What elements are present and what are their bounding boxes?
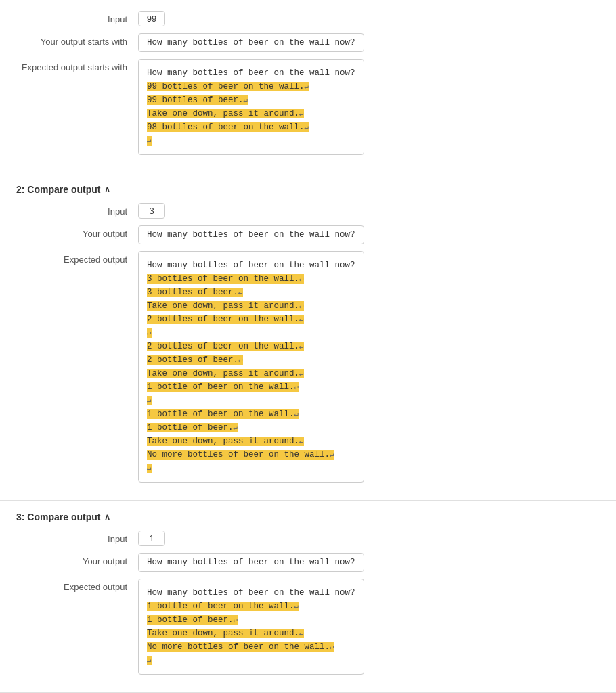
section-1: Input99Your output starts withHow many b…: [0, 0, 616, 173]
row-2-3: Expected outputHow many bottles of beer …: [16, 251, 600, 483]
row-content-1-1: 99: [138, 11, 165, 26]
chevron-icon: ∧: [104, 512, 110, 522]
row-content-1-3: How many bottles of beer on the wall now…: [138, 59, 364, 155]
section-header-3[interactable]: 3: Compare output ∧: [16, 512, 600, 522]
row-label-2-1: Input: [16, 203, 138, 218]
section-2: 2: Compare output ∧Input3Your outputHow …: [0, 173, 616, 501]
row-content-2-1: 3: [138, 203, 165, 219]
row-content-3-3: How many bottles of beer on the wall now…: [138, 579, 364, 675]
section-3: 3: Compare output ∧Input1Your outputHow …: [0, 501, 616, 693]
row-content-3-2: How many bottles of beer on the wall now…: [138, 553, 364, 572]
your-output-2: How many bottles of beer on the wall now…: [138, 225, 364, 244]
input-value-3: 1: [138, 531, 165, 546]
input-value-2: 3: [138, 203, 165, 219]
row-2-1: Input3: [16, 203, 600, 219]
section-header-2[interactable]: 2: Compare output ∧: [16, 184, 600, 195]
row-label-3-1: Input: [16, 531, 138, 545]
row-content-1-2: How many bottles of beer on the wall now…: [138, 33, 364, 52]
row-label-2-3: Expected output: [16, 251, 138, 266]
row-content-2-2: How many bottles of beer on the wall now…: [138, 225, 364, 244]
input-value-1: 99: [138, 11, 165, 26]
row-label-1-2: Your output starts with: [16, 33, 138, 48]
section-header-label: 3: Compare output: [16, 512, 100, 522]
row-label-1-1: Input: [16, 11, 138, 26]
chevron-icon: ∧: [104, 185, 110, 194]
row-label-1-3: Expected output starts with: [16, 59, 138, 74]
row-label-3-2: Your output: [16, 553, 138, 568]
row-3-2: Your outputHow many bottles of beer on t…: [16, 553, 600, 572]
row-2-2: Your outputHow many bottles of beer on t…: [16, 225, 600, 244]
row-1-3: Expected output starts withHow many bott…: [16, 59, 600, 155]
expected-output-1: How many bottles of beer on the wall now…: [138, 59, 364, 155]
row-label-2-2: Your output: [16, 225, 138, 240]
your-output-3: How many bottles of beer on the wall now…: [138, 553, 364, 572]
row-label-3-3: Expected output: [16, 579, 138, 594]
row-content-3-1: 1: [138, 531, 165, 546]
row-3-1: Input1: [16, 531, 600, 546]
expected-output-3: How many bottles of beer on the wall now…: [138, 579, 364, 675]
row-1-2: Your output starts withHow many bottles …: [16, 33, 600, 52]
expected-output-2: How many bottles of beer on the wall now…: [138, 251, 364, 483]
row-1-1: Input99: [16, 11, 600, 26]
row-content-2-3: How many bottles of beer on the wall now…: [138, 251, 364, 483]
row-3-3: Expected outputHow many bottles of beer …: [16, 579, 600, 675]
section-header-label: 2: Compare output: [16, 184, 100, 195]
your-output-1: How many bottles of beer on the wall now…: [138, 33, 364, 52]
